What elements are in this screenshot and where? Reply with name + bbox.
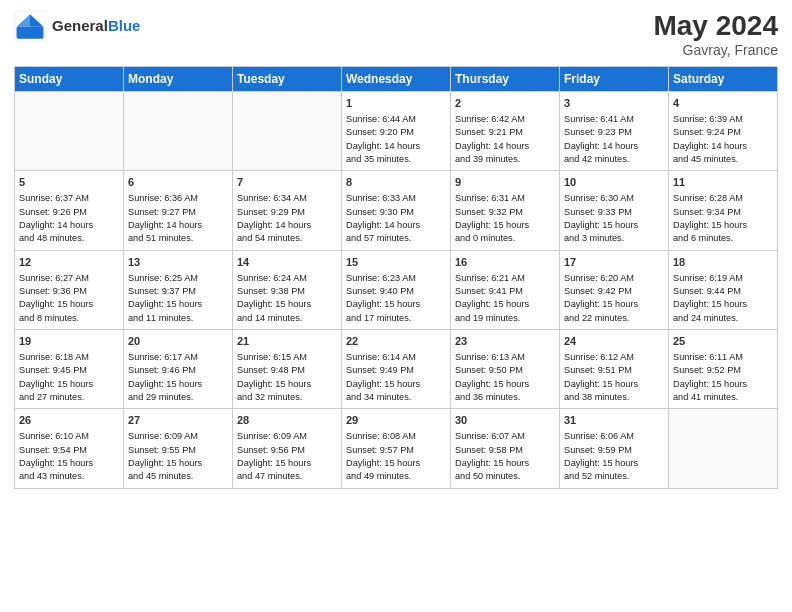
calendar-day-30: 30Sunrise: 6:07 AM Sunset: 9:58 PM Dayli… (451, 409, 560, 488)
calendar-day-13: 13Sunrise: 6:25 AM Sunset: 9:37 PM Dayli… (124, 250, 233, 329)
day-info: Sunrise: 6:27 AM Sunset: 9:36 PM Dayligh… (19, 272, 119, 325)
calendar-day-8: 8Sunrise: 6:33 AM Sunset: 9:30 PM Daylig… (342, 171, 451, 250)
day-info: Sunrise: 6:09 AM Sunset: 9:55 PM Dayligh… (128, 430, 228, 483)
day-info: Sunrise: 6:39 AM Sunset: 9:24 PM Dayligh… (673, 113, 773, 166)
day-info: Sunrise: 6:28 AM Sunset: 9:34 PM Dayligh… (673, 192, 773, 245)
day-number: 27 (128, 413, 228, 429)
day-info: Sunrise: 6:09 AM Sunset: 9:56 PM Dayligh… (237, 430, 337, 483)
calendar-day-11: 11Sunrise: 6:28 AM Sunset: 9:34 PM Dayli… (669, 171, 778, 250)
day-number: 18 (673, 255, 773, 271)
day-info: Sunrise: 6:13 AM Sunset: 9:50 PM Dayligh… (455, 351, 555, 404)
day-info: Sunrise: 6:23 AM Sunset: 9:40 PM Dayligh… (346, 272, 446, 325)
calendar-day-26: 26Sunrise: 6:10 AM Sunset: 9:54 PM Dayli… (15, 409, 124, 488)
day-number: 25 (673, 334, 773, 350)
calendar-day-23: 23Sunrise: 6:13 AM Sunset: 9:50 PM Dayli… (451, 329, 560, 408)
calendar-week-row: 26Sunrise: 6:10 AM Sunset: 9:54 PM Dayli… (15, 409, 778, 488)
day-number: 26 (19, 413, 119, 429)
day-number: 1 (346, 96, 446, 112)
weekday-header-monday: Monday (124, 67, 233, 92)
weekday-header-friday: Friday (560, 67, 669, 92)
day-number: 5 (19, 175, 119, 191)
day-number: 12 (19, 255, 119, 271)
logo-general: General (52, 17, 108, 34)
calendar-day-24: 24Sunrise: 6:12 AM Sunset: 9:51 PM Dayli… (560, 329, 669, 408)
calendar-day-10: 10Sunrise: 6:30 AM Sunset: 9:33 PM Dayli… (560, 171, 669, 250)
day-number: 4 (673, 96, 773, 112)
svg-rect-3 (17, 27, 44, 39)
day-number: 19 (19, 334, 119, 350)
calendar-day-15: 15Sunrise: 6:23 AM Sunset: 9:40 PM Dayli… (342, 250, 451, 329)
day-info: Sunrise: 6:15 AM Sunset: 9:48 PM Dayligh… (237, 351, 337, 404)
day-info: Sunrise: 6:37 AM Sunset: 9:26 PM Dayligh… (19, 192, 119, 245)
day-info: Sunrise: 6:44 AM Sunset: 9:20 PM Dayligh… (346, 113, 446, 166)
calendar-day-empty (15, 92, 124, 171)
calendar-day-25: 25Sunrise: 6:11 AM Sunset: 9:52 PM Dayli… (669, 329, 778, 408)
day-info: Sunrise: 6:36 AM Sunset: 9:27 PM Dayligh… (128, 192, 228, 245)
day-number: 22 (346, 334, 446, 350)
calendar-day-empty (669, 409, 778, 488)
day-number: 11 (673, 175, 773, 191)
calendar-week-row: 12Sunrise: 6:27 AM Sunset: 9:36 PM Dayli… (15, 250, 778, 329)
day-info: Sunrise: 6:20 AM Sunset: 9:42 PM Dayligh… (564, 272, 664, 325)
calendar-day-7: 7Sunrise: 6:34 AM Sunset: 9:29 PM Daylig… (233, 171, 342, 250)
day-info: Sunrise: 6:34 AM Sunset: 9:29 PM Dayligh… (237, 192, 337, 245)
generalblue-logo-icon (14, 10, 46, 42)
calendar-table: SundayMondayTuesdayWednesdayThursdayFrid… (14, 66, 778, 489)
day-info: Sunrise: 6:17 AM Sunset: 9:46 PM Dayligh… (128, 351, 228, 404)
day-info: Sunrise: 6:07 AM Sunset: 9:58 PM Dayligh… (455, 430, 555, 483)
day-number: 10 (564, 175, 664, 191)
calendar-week-row: 1Sunrise: 6:44 AM Sunset: 9:20 PM Daylig… (15, 92, 778, 171)
calendar-week-row: 5Sunrise: 6:37 AM Sunset: 9:26 PM Daylig… (15, 171, 778, 250)
calendar-day-19: 19Sunrise: 6:18 AM Sunset: 9:45 PM Dayli… (15, 329, 124, 408)
day-number: 2 (455, 96, 555, 112)
calendar-week-row: 19Sunrise: 6:18 AM Sunset: 9:45 PM Dayli… (15, 329, 778, 408)
page: GeneralBlue May 2024 Gavray, France Sund… (0, 0, 792, 612)
day-number: 13 (128, 255, 228, 271)
calendar-day-31: 31Sunrise: 6:06 AM Sunset: 9:59 PM Dayli… (560, 409, 669, 488)
day-info: Sunrise: 6:14 AM Sunset: 9:49 PM Dayligh… (346, 351, 446, 404)
day-info: Sunrise: 6:18 AM Sunset: 9:45 PM Dayligh… (19, 351, 119, 404)
calendar-day-22: 22Sunrise: 6:14 AM Sunset: 9:49 PM Dayli… (342, 329, 451, 408)
day-info: Sunrise: 6:33 AM Sunset: 9:30 PM Dayligh… (346, 192, 446, 245)
day-info: Sunrise: 6:19 AM Sunset: 9:44 PM Dayligh… (673, 272, 773, 325)
calendar-day-28: 28Sunrise: 6:09 AM Sunset: 9:56 PM Dayli… (233, 409, 342, 488)
weekday-header-wednesday: Wednesday (342, 67, 451, 92)
calendar-day-4: 4Sunrise: 6:39 AM Sunset: 9:24 PM Daylig… (669, 92, 778, 171)
day-number: 7 (237, 175, 337, 191)
day-number: 3 (564, 96, 664, 112)
day-info: Sunrise: 6:31 AM Sunset: 9:32 PM Dayligh… (455, 192, 555, 245)
day-info: Sunrise: 6:24 AM Sunset: 9:38 PM Dayligh… (237, 272, 337, 325)
logo-area: GeneralBlue (14, 10, 140, 42)
day-info: Sunrise: 6:12 AM Sunset: 9:51 PM Dayligh… (564, 351, 664, 404)
calendar-day-6: 6Sunrise: 6:36 AM Sunset: 9:27 PM Daylig… (124, 171, 233, 250)
weekday-header-tuesday: Tuesday (233, 67, 342, 92)
day-number: 21 (237, 334, 337, 350)
day-number: 8 (346, 175, 446, 191)
day-number: 20 (128, 334, 228, 350)
weekday-header-saturday: Saturday (669, 67, 778, 92)
day-info: Sunrise: 6:42 AM Sunset: 9:21 PM Dayligh… (455, 113, 555, 166)
day-info: Sunrise: 6:06 AM Sunset: 9:59 PM Dayligh… (564, 430, 664, 483)
day-number: 15 (346, 255, 446, 271)
weekday-header-sunday: Sunday (15, 67, 124, 92)
calendar-day-12: 12Sunrise: 6:27 AM Sunset: 9:36 PM Dayli… (15, 250, 124, 329)
day-number: 17 (564, 255, 664, 271)
header: GeneralBlue May 2024 Gavray, France (14, 10, 778, 58)
day-number: 24 (564, 334, 664, 350)
day-number: 31 (564, 413, 664, 429)
day-info: Sunrise: 6:10 AM Sunset: 9:54 PM Dayligh… (19, 430, 119, 483)
title-area: May 2024 Gavray, France (653, 10, 778, 58)
calendar-day-27: 27Sunrise: 6:09 AM Sunset: 9:55 PM Dayli… (124, 409, 233, 488)
weekday-header-row: SundayMondayTuesdayWednesdayThursdayFrid… (15, 67, 778, 92)
logo-text: GeneralBlue (52, 18, 140, 35)
day-info: Sunrise: 6:11 AM Sunset: 9:52 PM Dayligh… (673, 351, 773, 404)
month-year: May 2024 (653, 10, 778, 42)
calendar-day-2: 2Sunrise: 6:42 AM Sunset: 9:21 PM Daylig… (451, 92, 560, 171)
calendar-day-empty (233, 92, 342, 171)
calendar-day-29: 29Sunrise: 6:08 AM Sunset: 9:57 PM Dayli… (342, 409, 451, 488)
day-number: 29 (346, 413, 446, 429)
calendar-day-21: 21Sunrise: 6:15 AM Sunset: 9:48 PM Dayli… (233, 329, 342, 408)
day-number: 28 (237, 413, 337, 429)
day-number: 30 (455, 413, 555, 429)
day-info: Sunrise: 6:25 AM Sunset: 9:37 PM Dayligh… (128, 272, 228, 325)
